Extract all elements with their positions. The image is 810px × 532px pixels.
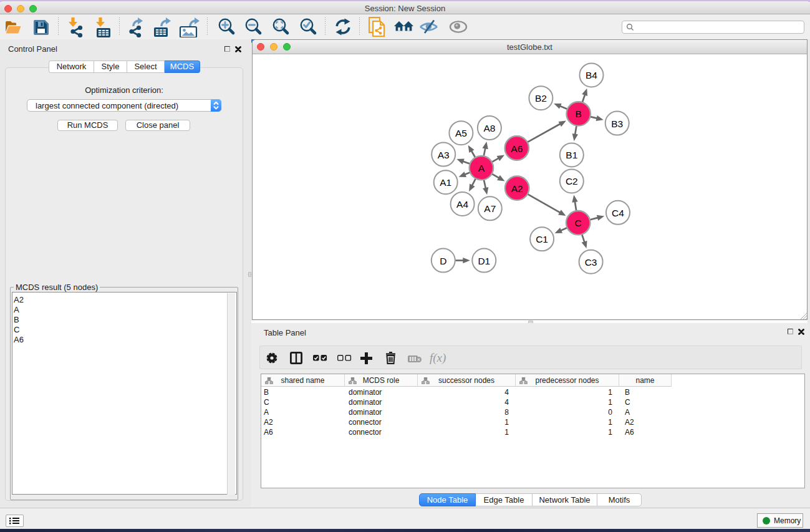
svg-text:A2: A2 <box>511 183 523 194</box>
svg-text:C4: C4 <box>612 208 624 218</box>
svg-text:D: D <box>440 256 446 266</box>
svg-text:A7: A7 <box>484 203 496 214</box>
svg-text:A8: A8 <box>483 123 495 133</box>
svg-text:A3: A3 <box>438 150 450 160</box>
svg-text:B: B <box>576 109 582 119</box>
svg-text:A5: A5 <box>455 128 467 138</box>
svg-text:C1: C1 <box>536 234 548 244</box>
svg-text:D1: D1 <box>478 256 490 266</box>
svg-text:A1: A1 <box>440 177 451 188</box>
svg-text:B2: B2 <box>535 93 547 104</box>
svg-text:A4: A4 <box>456 199 468 210</box>
svg-text:B4: B4 <box>586 70 597 80</box>
svg-text:C: C <box>575 218 582 228</box>
svg-text:A: A <box>478 163 485 173</box>
svg-text:A6: A6 <box>511 143 523 154</box>
svg-text:C3: C3 <box>585 257 597 268</box>
svg-text:C2: C2 <box>566 176 578 186</box>
svg-text:B3: B3 <box>611 118 623 129</box>
svg-text:B1: B1 <box>566 150 577 160</box>
